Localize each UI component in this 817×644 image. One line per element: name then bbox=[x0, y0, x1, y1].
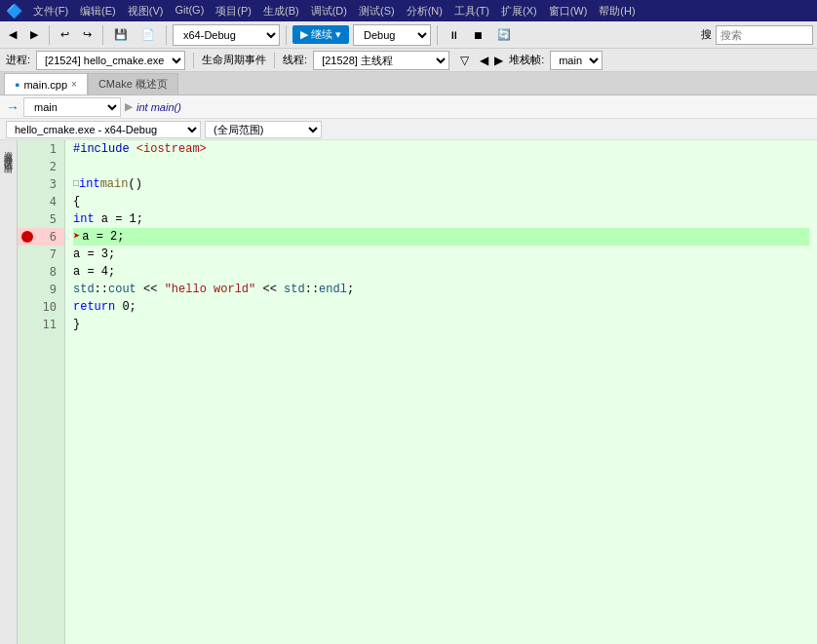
tab-main-cpp[interactable]: ● main.cpp × bbox=[4, 73, 88, 95]
code-line-11: } bbox=[73, 316, 809, 333]
process-sep-1 bbox=[193, 53, 194, 68]
code-line-6: ➤ a = 2; bbox=[73, 228, 809, 246]
menu-project[interactable]: 项目(P) bbox=[211, 2, 256, 20]
line10-text: return 0; bbox=[73, 298, 136, 316]
line1-text: #include <iostream> bbox=[73, 140, 207, 158]
new-file-button[interactable]: 📄 bbox=[136, 25, 160, 44]
line4-text: { bbox=[73, 193, 80, 210]
pause-button[interactable]: ⏸ bbox=[444, 26, 464, 44]
code-nav-bar: → main ▶ int main() bbox=[0, 95, 817, 119]
menu-view[interactable]: 视图(V) bbox=[123, 2, 169, 20]
line7-text: a = 3; bbox=[73, 246, 115, 263]
app-icon: 🔷 bbox=[6, 3, 22, 19]
breakpoint-marker bbox=[21, 231, 33, 243]
debug-dropdown[interactable]: Debug bbox=[353, 24, 431, 46]
code-line-8: a = 4; bbox=[73, 263, 809, 281]
toolbar-sep-5 bbox=[437, 25, 438, 45]
code-line-4: { bbox=[73, 193, 809, 210]
toolbar-sep-2 bbox=[102, 25, 103, 45]
menu-git[interactable]: Git(G) bbox=[170, 2, 209, 20]
menu-window[interactable]: 窗口(W) bbox=[544, 2, 593, 20]
scope-dropdown[interactable]: (全局范围) bbox=[205, 121, 322, 138]
line6-text: a = 2; bbox=[82, 228, 124, 246]
tab-modified-indicator: ● bbox=[15, 80, 19, 90]
code-lines: #include <iostream> □int main() { int a … bbox=[65, 140, 817, 644]
project-dropdown[interactable]: hello_cmake.exe - x64-Debug bbox=[6, 121, 201, 138]
redo-button[interactable]: ↪ bbox=[78, 25, 97, 44]
code-line-1: #include <iostream> bbox=[73, 140, 809, 158]
menu-help[interactable]: 帮助(H) bbox=[594, 2, 640, 20]
continue-button[interactable]: ▶ 继续 ▾ bbox=[292, 25, 349, 44]
fn-main: main bbox=[100, 175, 129, 193]
menu-build[interactable]: 生成(B) bbox=[258, 2, 304, 20]
debug-arrow: ➤ bbox=[73, 228, 80, 246]
play-dropdown-arrow: ▾ bbox=[335, 28, 341, 41]
toolbar-sep-4 bbox=[286, 25, 287, 45]
bp-col-6[interactable] bbox=[18, 231, 37, 243]
restart-button[interactable]: 🔄 bbox=[492, 25, 516, 44]
menu-test[interactable]: 测试(S) bbox=[354, 2, 400, 20]
filter-button[interactable]: ▽ bbox=[455, 51, 474, 70]
kw-int-3: int bbox=[79, 175, 100, 193]
line11-text: } bbox=[73, 316, 80, 333]
code-editor: 1 2 3 4 5 bbox=[18, 140, 817, 644]
nav-sep: ▶ bbox=[125, 100, 133, 113]
back-button[interactable]: ◀ bbox=[4, 25, 21, 44]
tab-bar: ● main.cpp × CMake 概述页 bbox=[0, 72, 817, 95]
toolbar-sep-1 bbox=[49, 25, 50, 45]
prev-frame-icon[interactable]: ◀ bbox=[480, 54, 488, 67]
toolbar-search[interactable] bbox=[716, 25, 813, 45]
tab-label: main.cpp bbox=[23, 79, 67, 91]
nav-arrow-icon: → bbox=[6, 99, 19, 115]
undo-button[interactable]: ↩ bbox=[56, 25, 74, 44]
left-sidebar: 资 源 管 理 调 试 输 出 bbox=[0, 140, 18, 644]
stop-button[interactable]: ⏹ bbox=[468, 26, 488, 44]
code-line-5: int a = 1; bbox=[73, 210, 809, 228]
save-button[interactable]: 💾 bbox=[109, 25, 133, 44]
line8-text: a = 4; bbox=[73, 263, 115, 281]
menu-extensions[interactable]: 扩展(X) bbox=[496, 2, 542, 20]
lifecycle-label: 生命周期事件 bbox=[202, 53, 266, 67]
line9-text: std::cout << "hello world" << std::endl; bbox=[73, 281, 354, 298]
code-content: 1 2 3 4 5 bbox=[18, 140, 817, 644]
tab-cmake-overview[interactable]: CMake 概述页 bbox=[88, 73, 178, 95]
func-label: int main() bbox=[136, 101, 181, 113]
code-line-10: return 0; bbox=[73, 298, 809, 316]
main-layout: 资 源 管 理 调 试 输 出 1 2 bbox=[0, 140, 817, 644]
menu-analyze[interactable]: 分析(N) bbox=[402, 2, 447, 20]
project-bar: hello_cmake.exe - x64-Debug (全局范围) bbox=[0, 119, 817, 140]
search-label: 搜 bbox=[701, 27, 712, 42]
menu-debug[interactable]: 调试(D) bbox=[306, 2, 352, 20]
stack-dropdown[interactable]: main bbox=[550, 51, 603, 70]
process-sep-2 bbox=[274, 53, 275, 68]
menu-tools[interactable]: 工具(T) bbox=[449, 2, 494, 20]
scope-select[interactable]: main bbox=[23, 97, 121, 117]
process-dropdown[interactable]: [21524] hello_cmake.exe bbox=[36, 51, 185, 70]
play-icon: ▶ bbox=[300, 28, 308, 41]
title-bar: 🔷 文件(F) 编辑(E) 视图(V) Git(G) 项目(P) 生成(B) 调… bbox=[0, 0, 817, 21]
menu-edit[interactable]: 编辑(E) bbox=[75, 2, 121, 20]
tab-label-cmake: CMake 概述页 bbox=[98, 77, 168, 92]
process-label: 进程: bbox=[6, 53, 30, 67]
forward-button[interactable]: ▶ bbox=[25, 25, 43, 44]
paren-3: () bbox=[128, 175, 141, 193]
code-line-3: □int main() bbox=[73, 175, 809, 193]
toolbar-sep-3 bbox=[166, 25, 167, 45]
thread-label: 线程: bbox=[283, 53, 307, 67]
code-line-7: a = 3; bbox=[73, 246, 809, 263]
menu-file[interactable]: 文件(F) bbox=[28, 2, 73, 20]
continue-label: 继续 bbox=[311, 27, 332, 42]
process-bar: 进程: [21524] hello_cmake.exe 生命周期事件 线程: [… bbox=[0, 49, 817, 72]
toolbar: ◀ ▶ ↩ ↪ 💾 📄 x64-Debug ▶ 继续 ▾ Debug ⏸ ⏹ 🔄… bbox=[0, 21, 817, 49]
thread-dropdown[interactable]: [21528] 主线程 bbox=[313, 51, 449, 70]
code-line-9: std::cout << "hello world" << std::endl; bbox=[73, 281, 809, 298]
line5-text: int a = 1; bbox=[73, 210, 143, 228]
config-dropdown[interactable]: x64-Debug bbox=[173, 24, 280, 46]
stack-label: 堆栈帧: bbox=[509, 53, 544, 67]
code-line-2 bbox=[73, 158, 809, 175]
menu-bar: 文件(F) 编辑(E) 视图(V) Git(G) 项目(P) 生成(B) 调试(… bbox=[28, 2, 641, 20]
next-frame-icon[interactable]: ▶ bbox=[494, 54, 503, 67]
tab-close-icon[interactable]: × bbox=[71, 79, 77, 90]
